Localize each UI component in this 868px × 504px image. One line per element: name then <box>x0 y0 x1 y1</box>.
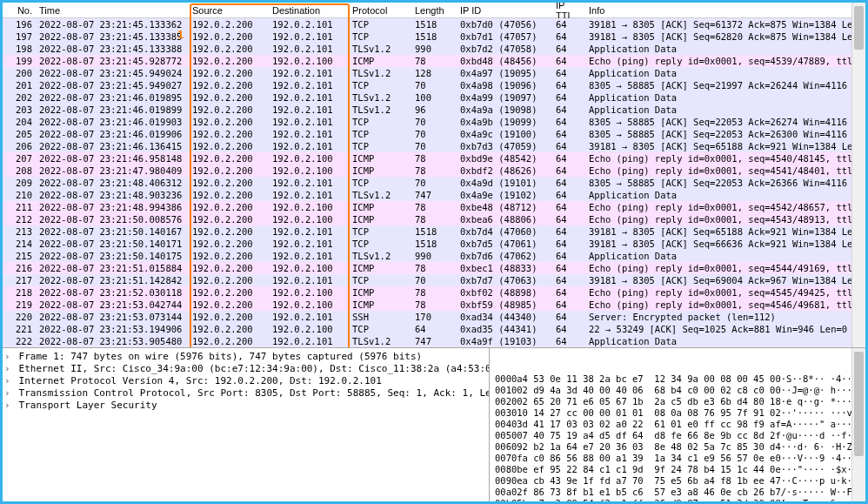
packet-row[interactable]: 2142022-08-07 23:21:50.140171192.0.2.200… <box>3 238 851 250</box>
hex-row[interactable]: 0000a4 53 0e 11 38 2a bc e7 12 34 9a 00 … <box>495 373 864 385</box>
cell-time: 2022-08-07 23:21:46.019903 <box>36 117 189 127</box>
tree-item[interactable]: › Transmission Control Protocol, Src Por… <box>4 387 487 400</box>
packet-row[interactable]: 2022022-08-07 23:21:46.019895192.0.2.200… <box>3 91 851 104</box>
cell-time: 2022-08-07 23:21:48.994386 <box>36 202 189 212</box>
packet-row[interactable]: 2112022-08-07 23:21:48.994386192.0.2.200… <box>3 201 851 213</box>
hex-row[interactable]: 0090ea cb 43 9e 1f fd a7 70 75 e5 6b a4 … <box>495 475 864 487</box>
tree-item[interactable]: › Frame 1: 747 bytes on wire (5976 bits)… <box>4 351 487 363</box>
col-header-no[interactable]: No. <box>3 3 36 17</box>
expand-caret-icon[interactable]: › <box>4 375 13 387</box>
cell-no: 204 <box>3 117 36 127</box>
cell-length: 78 <box>411 202 457 212</box>
packet-row[interactable]: 1992022-08-07 23:21:45.928772192.0.2.200… <box>3 55 851 67</box>
packet-row[interactable]: 1982022-08-07 23:21:45.133388192.0.2.200… <box>3 43 851 55</box>
cell-destination: 192.0.2.101 <box>269 251 349 261</box>
cell-info: Echo (ping) reply id=0x0001, seq=4541/48… <box>585 165 851 176</box>
cell-protocol: ICMP <box>349 165 411 176</box>
hex-row[interactable]: 006092 b2 1a 64 e7 20 36 03 8e 48 02 5a … <box>495 441 864 453</box>
cell-ipid: 0xbf02 (48898) <box>457 287 552 298</box>
cell-no: 215 <box>3 251 36 261</box>
cell-info: 8305 → 58885 [ACK] Seq=22053 Ack=26366 W… <box>585 178 851 188</box>
packet-row[interactable]: 2202022-08-07 23:21:53.073144192.0.2.200… <box>3 311 851 323</box>
cell-no: 202 <box>3 92 36 103</box>
tree-item-label: Transmission Control Protocol, Src Port:… <box>13 387 490 399</box>
hex-row[interactable]: 00403d 41 17 03 03 02 a0 22 61 01 e0 ff … <box>495 419 864 430</box>
packet-row[interactable]: 2072022-08-07 23:21:46.958148192.0.2.200… <box>3 152 851 165</box>
col-header-time[interactable]: Time <box>36 3 189 17</box>
hex-row[interactable]: 003010 14 27 cc 00 00 01 01 08 0a 08 76 … <box>495 407 864 419</box>
cell-ipid: 0xad34 (44340) <box>457 312 552 322</box>
cell-ipid: 0x4a98 (19096) <box>457 80 552 91</box>
col-header-destination[interactable]: Destination <box>269 3 349 17</box>
packet-row[interactable]: 2172022-08-07 23:21:51.142842192.0.2.200… <box>3 274 851 286</box>
expand-caret-icon[interactable]: › <box>4 363 13 375</box>
hex-row[interactable]: 00a02f 86 73 8f b1 e1 b5 c6 57 e3 a8 46 … <box>495 487 864 498</box>
cell-destination: 192.0.2.101 <box>269 117 349 127</box>
tree-item[interactable]: › Transport Layer Security <box>4 400 487 412</box>
hex-row[interactable]: 00b05b c7 e3 09 54 f3 c1 ff 26 d9 87 ea … <box>495 498 864 501</box>
scrollbar-thumb[interactable] <box>854 6 864 50</box>
packet-row[interactable]: 2132022-08-07 23:21:50.140167192.0.2.200… <box>3 225 851 238</box>
packet-row[interactable]: 2152022-08-07 23:21:50.140175192.0.2.200… <box>3 250 851 262</box>
cell-ipttl: 64 <box>552 56 585 66</box>
cell-protocol: TCP <box>349 129 411 139</box>
cell-source: 192.0.2.200 <box>189 202 269 212</box>
col-header-protocol[interactable]: Protocol <box>349 3 411 17</box>
cell-time: 2022-08-07 23:21:46.019895 <box>36 92 189 103</box>
packet-row[interactable]: 2182022-08-07 23:21:52.030118192.0.2.200… <box>3 286 851 299</box>
cell-source: 192.0.2.200 <box>189 68 269 78</box>
packet-rows[interactable]: 1962022-08-07 23:21:45.133362192.0.2.200… <box>3 18 851 347</box>
packet-row[interactable]: 2042022-08-07 23:21:46.019903192.0.2.200… <box>3 116 851 128</box>
col-header-info[interactable]: Info <box>585 3 865 17</box>
packet-list-scrollbar[interactable] <box>851 3 865 347</box>
col-header-source[interactable]: Source <box>189 3 269 17</box>
hex-row[interactable]: 002002 65 20 71 e6 05 67 1b 2a c5 db e3 … <box>495 396 864 407</box>
cell-ipttl: 64 <box>552 312 585 322</box>
packet-row[interactable]: 2222022-08-07 23:21:53.905480192.0.2.200… <box>3 335 851 347</box>
cell-source: 192.0.2.200 <box>189 251 269 261</box>
scrollbar-thumb[interactable] <box>854 352 864 456</box>
expand-caret-icon[interactable]: › <box>4 400 13 412</box>
cell-protocol: TLSv1.2 <box>349 336 411 346</box>
packet-row[interactable]: 2052022-08-07 23:21:46.019906192.0.2.200… <box>3 128 851 140</box>
hex-row[interactable]: 0070fa c0 86 56 88 00 a1 39 1a 34 c1 e9 … <box>495 453 864 464</box>
cell-destination: 192.0.2.101 <box>269 178 349 188</box>
col-header-length[interactable]: Length <box>411 3 457 17</box>
packet-list-header[interactable]: No. Time Source Destination Protocol Len… <box>3 3 865 18</box>
packet-row[interactable]: 2032022-08-07 23:21:46.019899192.0.2.200… <box>3 104 851 116</box>
cell-source: 192.0.2.200 <box>189 153 269 164</box>
hex-row[interactable]: 0080be ef 95 22 84 c1 c1 9d 9f 24 78 b4 … <box>495 464 864 475</box>
packet-row[interactable]: 2082022-08-07 23:21:47.980409192.0.2.200… <box>3 165 851 177</box>
packet-row[interactable]: 2002022-08-07 23:21:45.949024192.0.2.200… <box>3 67 851 79</box>
packet-details-pane[interactable]: › Frame 1: 747 bytes on wire (5976 bits)… <box>3 348 490 501</box>
packet-row[interactable]: 1972022-08-07 23:21:45.133385192.0.2.200… <box>3 30 851 43</box>
cell-ipid: 0xb7d2 (47058) <box>457 44 552 54</box>
packet-row[interactable]: 2092022-08-07 23:21:48.406312192.0.2.200… <box>3 177 851 189</box>
packet-row[interactable]: 2122022-08-07 23:21:50.008576192.0.2.200… <box>3 213 851 225</box>
packet-row[interactable]: 2062022-08-07 23:21:46.136415192.0.2.200… <box>3 140 851 152</box>
hex-bytes: 3d 41 17 03 03 02 a0 22 61 01 e0 ff cc 9… <box>517 419 780 430</box>
packet-row[interactable]: 2162022-08-07 23:21:51.015884192.0.2.200… <box>3 262 851 274</box>
packet-row[interactable]: 2102022-08-07 23:21:48.903236192.0.2.200… <box>3 189 851 201</box>
packet-bytes-pane[interactable]: 0000a4 53 0e 11 38 2a bc e7 12 34 9a 00 … <box>490 348 865 501</box>
expand-caret-icon[interactable]: › <box>4 351 13 363</box>
cell-ipid: 0xbea6 (48806) <box>457 214 552 225</box>
hex-row[interactable]: 005007 40 75 19 a4 d5 df 64 d8 fe 66 8e … <box>495 430 864 441</box>
hex-offset: 00a0 <box>495 487 517 498</box>
packet-row[interactable]: 1962022-08-07 23:21:45.133362192.0.2.200… <box>3 18 851 30</box>
cell-ipttl: 64 <box>552 165 585 176</box>
expand-caret-icon[interactable]: › <box>4 387 13 400</box>
packet-row[interactable]: 2192022-08-07 23:21:53.042744192.0.2.200… <box>3 299 851 311</box>
cell-time: 2022-08-07 23:21:47.980409 <box>36 165 189 176</box>
packet-row[interactable]: 2212022-08-07 23:21:53.194906192.0.2.200… <box>3 323 851 335</box>
col-header-ipid[interactable]: IP ID <box>457 3 552 17</box>
cell-no: 200 <box>3 68 36 78</box>
packet-row[interactable]: 2012022-08-07 23:21:45.949027192.0.2.200… <box>3 79 851 91</box>
cell-time: 2022-08-07 23:21:46.136415 <box>36 141 189 151</box>
packet-list-pane[interactable]: No. Time Source Destination Protocol Len… <box>3 3 865 348</box>
cell-length: 1518 <box>411 226 457 237</box>
tree-item[interactable]: › Internet Protocol Version 4, Src: 192.… <box>4 375 487 387</box>
bytes-scrollbar[interactable] <box>851 348 865 501</box>
hex-row[interactable]: 001002 d9 4a 3d 40 00 40 06 68 b4 c0 00 … <box>495 385 864 396</box>
tree-item[interactable]: › Ethernet II, Src: Cisco_34:9a:00 (bc:e… <box>4 363 487 375</box>
